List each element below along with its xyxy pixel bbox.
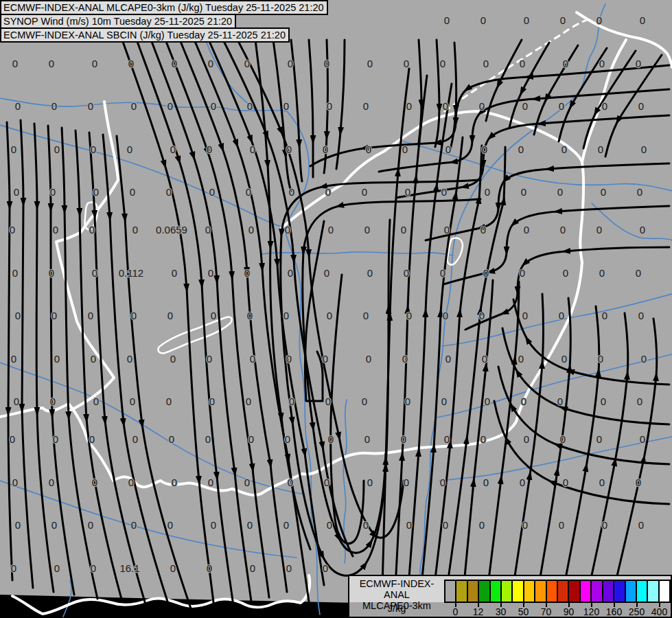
station-value-zero: 0 [167,100,173,112]
station-value-zero: 0 [636,267,641,279]
legend-color-cell [489,581,500,602]
station-value-zero: 0 [172,267,177,279]
station-value-zero: 0 [172,477,177,488]
station-value-zero: 0 [323,562,328,574]
station-value-zero: 0 [443,310,448,321]
station-value-zero: 0 [479,519,485,531]
station-value-zero: 0 [601,396,606,407]
station-value-zero: 0 [211,100,216,112]
legend-color-cell [478,581,489,602]
station-value-zero: 0 [638,519,644,531]
station-value-zero: 0 [15,100,21,112]
station-value-zero: 0 [89,224,95,236]
legend-colorbar [444,580,671,603]
station-value-zero: 0 [561,353,567,365]
station-value-zero: 0 [479,100,485,112]
station-value-zero: 0 [10,433,15,445]
station-value-zero: 0 [367,267,373,279]
station-value-zero: 0 [599,58,605,69]
station-value-zero: 0 [637,186,642,198]
station-value-zero: 0 [131,519,137,531]
station-value-zero: 0 [250,562,255,574]
station-value-zero: 0 [520,267,525,279]
station-value-zero: 0 [638,100,644,112]
weather-map-viewport: 0000000000000000000000000000000000000000… [0,0,672,618]
legend-color-cell [511,581,522,602]
station-value-zero: 0 [50,396,56,407]
station-value-zero: 0 [522,100,528,112]
station-value-zero: 0 [93,396,99,407]
station-value-zero: 0 [563,477,568,488]
station-value-zero: 0 [560,224,566,236]
station-value-zero: 0 [598,144,603,155]
legend-color-cell [625,581,636,602]
map-title-block: ECMWF-INDEX-ANAL MLCAPE0-3km (J/kg) Tues… [0,0,328,43]
legend-color-cell [445,581,455,602]
station-value-zero: 0 [247,519,253,531]
station-value-zero: 0 [211,519,216,531]
station-value-zero: 0 [327,310,332,321]
station-value-zero: 0 [12,477,18,488]
station-value-zero: 0 [599,477,605,488]
station-value-zero: 0 [440,58,445,69]
station-value: 16.1 [119,562,139,574]
station-value-zero: 0 [244,267,250,279]
station-value-zero: 0 [172,58,177,69]
legend-tick-value: 400 [646,606,672,617]
station-value-zero: 0 [636,477,641,488]
station-value-zero: 0 [327,519,332,531]
station-value-zero: 0 [244,58,250,69]
station-value-zero: 0 [328,224,334,236]
station-value-zero: 0 [402,144,408,155]
station-value-zero: 0 [641,353,647,365]
station-value-zero: 0 [324,477,329,488]
station-value-zero: 0 [285,433,290,445]
station-value-zero: 0 [479,310,485,321]
station-value-zero: 0 [288,477,293,488]
station-value-zero: 0 [92,477,97,488]
station-value-zero: 0 [444,433,450,445]
station-value-zero: 0 [559,100,564,112]
station-value-zero: 0 [441,396,447,407]
station-value-zero: 0 [521,186,526,198]
station-value-zero: 0 [130,186,135,198]
station-value-zero: 0 [363,310,369,321]
station-value-zero: 0 [51,310,57,321]
station-value-zero: 0 [248,224,254,236]
station-value-zero: 0 [128,58,134,69]
station-value-zero: 0 [443,519,448,531]
station-value-zero: 0 [640,433,645,445]
legend-color-cell [455,581,466,602]
station-value-zero: 0 [518,144,524,155]
title-mlcape: ECMWF-INDEX-ANAL MLCAPE0-3km (J/kg) Tues… [0,0,328,15]
station-value-zero: 0 [208,477,213,488]
station-value-zero: 0 [480,224,486,236]
station-value-zero: 0 [49,477,54,488]
station-value-zero: 0 [482,353,487,365]
station-value-zero: 0 [166,396,172,407]
station-value-zero: 0 [88,519,93,531]
legend-color-cell [557,581,568,602]
station-value-zero: 0 [15,519,21,531]
station-value-zero: 0 [522,310,528,321]
station-value-zero: 0 [93,186,99,198]
station-value-zero: 0 [208,267,213,279]
station-value-zero: 0 [406,519,412,531]
station-value-zero: 0 [325,186,331,198]
station-value-zero: 0 [522,519,528,531]
station-value-zero: 0 [51,100,57,112]
legend-color-cell [546,581,557,602]
station-value-zero: 0 [167,310,173,321]
station-value-zero: 0 [443,100,448,112]
station-value-zero: 0 [324,58,329,69]
station-value-zero: 0 [485,186,490,198]
station-value-zero: 0 [88,310,93,321]
station-value-zero: 0 [328,433,334,445]
station-value-zero: 0 [131,100,137,112]
station-value-zero: 0 [445,144,451,155]
station-value-zero: 0 [440,267,445,279]
station-value-zero: 0 [247,100,253,112]
station-value-zero: 0 [560,14,566,26]
streamline-map: 0000000000000000000000000000000000000000… [0,0,672,618]
station-value-zero: 0 [12,267,18,279]
